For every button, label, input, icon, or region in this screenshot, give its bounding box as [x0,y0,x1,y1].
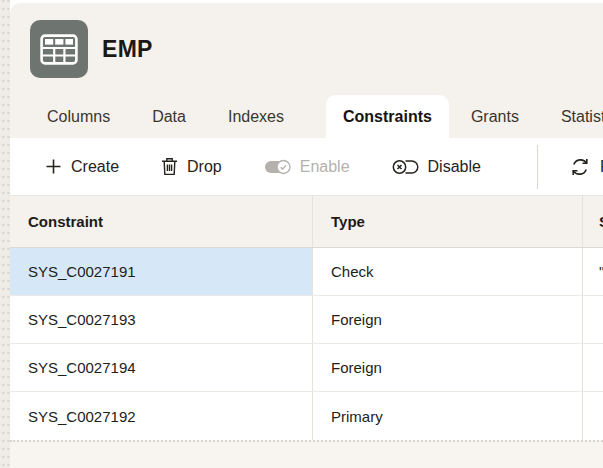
tab-grants[interactable]: Grants [471,95,519,138]
constraints-toolbar: Create Drop [10,138,603,196]
tab-indexes[interactable]: Indexes [228,95,284,138]
toggle-x-icon [392,159,419,175]
create-button[interactable]: Create [45,158,119,176]
cell-search-condition[interactable]: " [582,248,603,295]
create-button-label: Create [71,158,119,176]
table-body: SYS_C0027191 Check " SYS_C0027193 Foreig… [10,248,603,440]
table-row[interactable]: SYS_C0027193 Foreign [10,296,603,344]
drop-button-label: Drop [187,158,222,176]
table-object-icon [30,20,88,78]
tab-statistics[interactable]: Statistics [561,95,603,138]
disable-button[interactable]: Disable [392,158,481,176]
cell-type[interactable]: Primary [312,392,582,440]
table-row[interactable]: SYS_C0027194 Foreign [10,344,603,392]
tab-data[interactable]: Data [152,95,186,138]
cell-search-condition[interactable] [582,344,603,391]
table-footer-area [10,440,603,468]
constraints-content: Create Drop [10,138,603,468]
refresh-icon [570,157,590,177]
tab-constraints[interactable]: Constraints [326,95,449,138]
cell-type[interactable]: Check [312,248,582,295]
column-header-type[interactable]: Type [312,196,582,247]
refresh-button[interactable]: Refresh [570,157,603,177]
table-header-row: Constraint Type Search Condition [10,196,603,248]
cell-search-condition[interactable] [582,296,603,343]
cell-constraint[interactable]: SYS_C0027191 [10,248,312,295]
object-header: EMP [10,3,603,95]
page-title: EMP [102,36,153,63]
toolbar-divider [537,145,538,189]
trash-icon [161,157,178,176]
enable-button[interactable]: Enable [264,158,350,176]
cell-constraint[interactable]: SYS_C0027192 [10,392,312,440]
cell-type[interactable]: Foreign [312,296,582,343]
toggle-check-icon [264,159,291,175]
cell-type[interactable]: Foreign [312,344,582,391]
column-header-constraint[interactable]: Constraint [10,196,312,247]
cell-constraint[interactable]: SYS_C0027194 [10,344,312,391]
table-row[interactable]: SYS_C0027192 Primary [10,392,603,440]
plus-icon [45,158,62,175]
tab-columns[interactable]: Columns [47,95,110,138]
column-header-search-condition[interactable]: Search Condition [582,196,603,247]
disable-button-label: Disable [428,158,481,176]
object-viewer-panel: EMP Columns Data Indexes Constraints Gra… [10,3,603,468]
tab-bar: Columns Data Indexes Constraints Grants … [10,95,603,138]
enable-button-label: Enable [300,158,350,176]
table-row[interactable]: SYS_C0027191 Check " [10,248,603,296]
splitter-gutter[interactable] [0,0,10,468]
cell-search-condition[interactable] [582,392,603,440]
cell-constraint[interactable]: SYS_C0027193 [10,296,312,343]
drop-button[interactable]: Drop [161,157,222,176]
